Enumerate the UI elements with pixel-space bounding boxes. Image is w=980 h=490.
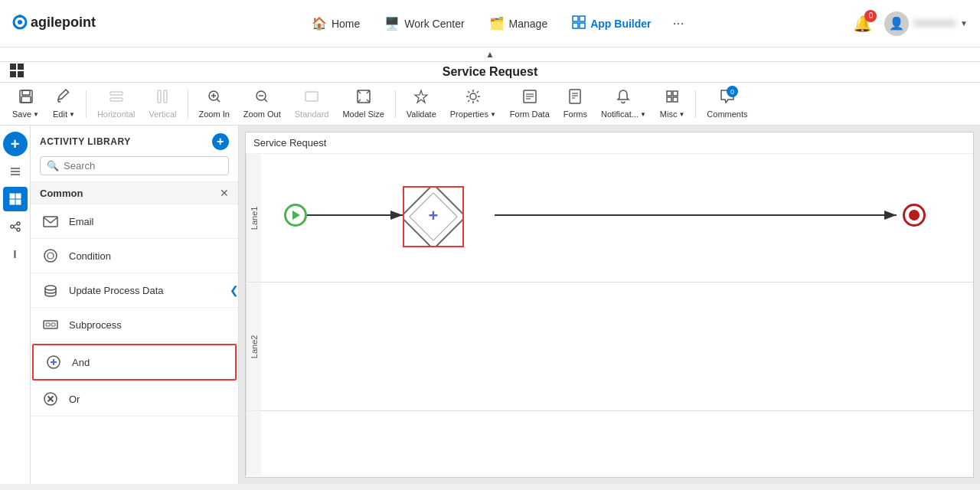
standard-icon — [304, 89, 319, 108]
grid-toggle-button[interactable] — [9, 63, 24, 82]
svg-rect-45 — [10, 200, 15, 204]
model-size-icon — [356, 89, 371, 108]
collapse-arrow-icon: ▲ — [485, 49, 495, 60]
nav-home[interactable]: 🏠 Home — [301, 11, 371, 35]
canvas-area: Service Request Lane1 — [239, 126, 980, 484]
activity-item-subprocess[interactable]: Subprocess — [31, 308, 238, 342]
activity-item-email[interactable]: Email — [31, 204, 238, 239]
lane2-label: Lane2 — [246, 283, 261, 410]
activity-item-and[interactable]: And — [32, 344, 237, 381]
gateway-node[interactable]: + — [403, 186, 464, 247]
main-layout: + I ACTIVITY LIBRARY + 🔍 Common ✕ — [0, 126, 980, 484]
svg-point-1 — [18, 20, 22, 24]
comments-button[interactable]: 0 Comments — [701, 86, 753, 122]
svg-point-48 — [17, 222, 20, 225]
collapse-panel-button[interactable]: ❮ — [230, 284, 239, 296]
zoom-out-label: Zoom Out — [243, 109, 281, 119]
nav-more-button[interactable]: ··· — [665, 11, 692, 36]
form-data-button[interactable]: Form Data — [504, 86, 556, 122]
activity-item-condition[interactable]: Condition — [31, 239, 238, 273]
standard-button: Standard — [289, 86, 335, 122]
activity-library-title: ACTIVITY LIBRARY — [40, 136, 131, 147]
toolbar-separator-1 — [86, 90, 87, 118]
home-icon: 🏠 — [312, 16, 327, 31]
svg-rect-52 — [44, 217, 57, 227]
zoom-out-button[interactable]: Zoom Out — [237, 86, 287, 122]
toolbar-separator-2 — [188, 90, 188, 118]
activity-library-icon-btn[interactable] — [3, 187, 28, 211]
integration-icon-btn[interactable] — [3, 214, 28, 239]
vertical-label: Vertical — [149, 109, 176, 119]
svg-rect-9 — [18, 64, 24, 70]
forms-icon — [567, 89, 583, 108]
activity-item-update-process-data[interactable]: Update Process Data ❮ — [31, 273, 238, 308]
nav-manage[interactable]: 🗂️ Manage — [479, 11, 559, 35]
vertical-icon — [155, 89, 170, 108]
misc-button[interactable]: Misc▼ — [654, 86, 691, 122]
add-activity-button[interactable]: + — [212, 133, 229, 150]
page-title: Service Request — [443, 65, 538, 79]
nav-manage-label: Manage — [509, 18, 548, 30]
nav-home-label: Home — [332, 18, 360, 30]
user-menu[interactable]: 👤 •••••••••••• ▼ — [884, 11, 968, 36]
notifications-label: Notificat...▼ — [601, 109, 646, 119]
edit-button[interactable]: Edit▼ — [47, 86, 81, 122]
search-input[interactable] — [64, 160, 222, 172]
email-label: Email — [69, 216, 94, 227]
user-name: •••••••••••• — [913, 18, 956, 29]
monitor-icon: 🖥️ — [384, 16, 400, 31]
svg-rect-13 — [22, 90, 30, 95]
properties-button[interactable]: Properties▼ — [444, 86, 502, 122]
vertical-button: Vertical — [142, 86, 182, 122]
zoom-in-button[interactable]: Zoom In — [193, 86, 236, 122]
misc-label: Misc▼ — [660, 109, 685, 119]
validate-icon — [413, 89, 429, 108]
save-button[interactable]: Save▼ — [6, 86, 45, 122]
svg-rect-14 — [21, 96, 31, 103]
folder-icon: 🗂️ — [489, 16, 505, 31]
list-icon-btn[interactable] — [3, 159, 28, 184]
forms-button[interactable]: Forms — [557, 86, 593, 122]
nav-links: 🏠 Home 🖥️ Work Center 🗂️ Manage App Buil… — [142, 11, 850, 37]
category-label: Common — [40, 188, 83, 199]
model-size-button[interactable]: Model Size — [336, 86, 390, 122]
nav-app-builder[interactable]: App Builder — [561, 11, 662, 37]
lane1-content: + — [261, 154, 973, 282]
top-navigation: agilepoint 🏠 Home 🖥️ Work Center 🗂️ Mana… — [0, 0, 980, 47]
activity-item-or[interactable]: Or — [31, 382, 238, 416]
add-icon-btn[interactable]: + — [3, 132, 28, 156]
page-title-bar: Service Request — [0, 62, 980, 83]
svg-point-53 — [44, 250, 57, 262]
nav-app-builder-label: App Builder — [590, 18, 651, 30]
svg-rect-11 — [18, 71, 24, 77]
svg-line-51 — [14, 227, 17, 229]
notifications-button[interactable]: Notificat...▼ — [595, 86, 652, 122]
svg-rect-44 — [16, 194, 21, 198]
lane2-content — [261, 283, 973, 410]
nav-work-center[interactable]: 🖥️ Work Center — [374, 11, 475, 35]
collapse-nav-button[interactable]: ▲ — [0, 47, 980, 62]
svg-rect-19 — [158, 90, 161, 103]
save-label: Save▼ — [12, 109, 39, 119]
category-close-button[interactable]: ✕ — [220, 187, 229, 199]
zoom-out-icon — [254, 89, 270, 108]
svg-line-50 — [14, 224, 17, 226]
zoom-in-icon — [207, 89, 222, 108]
svg-rect-8 — [10, 64, 16, 70]
svg-rect-58 — [51, 323, 55, 326]
start-node[interactable] — [284, 204, 307, 227]
validate-button[interactable]: Validate — [400, 86, 443, 122]
svg-text:agilepoint: agilepoint — [31, 15, 96, 30]
variable-icon-btn[interactable]: I — [3, 242, 28, 266]
form-data-icon — [522, 89, 537, 108]
subprocess-label: Subprocess — [69, 319, 122, 331]
end-node[interactable] — [903, 204, 926, 227]
or-label: Or — [69, 394, 80, 405]
form-data-label: Form Data — [510, 109, 550, 119]
svg-rect-57 — [46, 323, 50, 326]
notification-button[interactable]: 🔔 0 — [850, 11, 875, 36]
canvas-container[interactable]: Service Request Lane1 — [245, 132, 974, 478]
svg-rect-7 — [580, 23, 585, 28]
model-size-label: Model Size — [342, 109, 384, 119]
svg-rect-46 — [16, 200, 21, 204]
